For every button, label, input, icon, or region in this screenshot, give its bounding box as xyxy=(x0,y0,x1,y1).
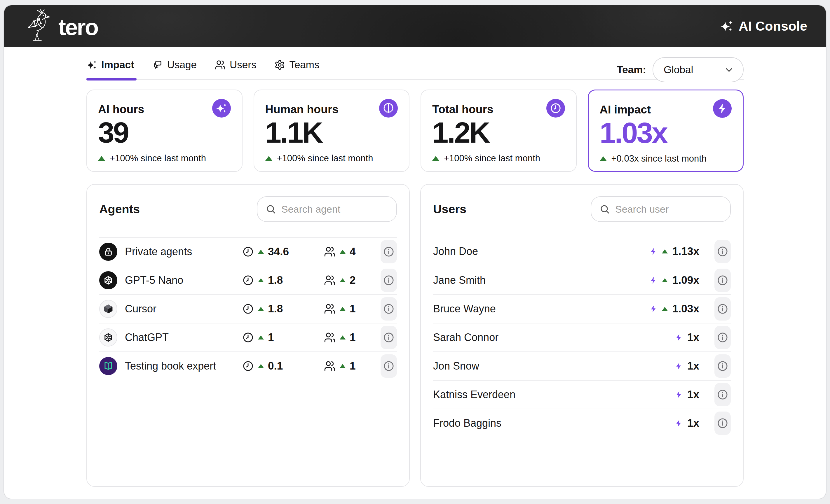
lock-icon xyxy=(99,243,117,261)
info-button[interactable] xyxy=(381,326,397,349)
user-impact: 1x xyxy=(687,389,699,401)
chat-bubbles-icon xyxy=(152,60,163,70)
agent-row: ChatGPT 1 1 xyxy=(99,323,397,351)
bolt-icon xyxy=(675,332,683,343)
info-button[interactable] xyxy=(381,355,397,378)
stat-title: AI hours xyxy=(98,103,144,116)
user-impact: 1x xyxy=(687,331,699,344)
info-button[interactable] xyxy=(381,297,397,321)
brand-name: tero xyxy=(58,16,98,44)
up-triangle-icon xyxy=(98,156,105,161)
bolt-icon xyxy=(649,303,658,314)
agent-hours: 1.8 xyxy=(268,274,283,287)
gear-icon xyxy=(274,60,285,70)
user-row: Jon Snow 1x xyxy=(433,351,731,380)
info-icon xyxy=(383,303,394,315)
user-row: Frodo Baggins 1x xyxy=(433,409,731,437)
stat-delta: +100% since last month xyxy=(277,153,373,164)
user-search-input[interactable] xyxy=(615,204,722,215)
bolt-icon xyxy=(649,275,658,286)
bolt-icon xyxy=(675,361,683,372)
stat-value: 39 xyxy=(98,117,231,147)
tab-teams[interactable]: Teams xyxy=(274,59,319,71)
up-triangle-icon xyxy=(662,307,668,311)
team-select[interactable]: Global xyxy=(652,57,744,82)
agent-users: 4 xyxy=(350,245,356,258)
stat-card-ai-impact[interactable]: AI impact 1.03x +0.03x since last month xyxy=(588,90,744,172)
agents-panel: Agents Pr xyxy=(86,184,410,487)
info-button[interactable] xyxy=(714,326,731,349)
user-name: John Doe xyxy=(433,245,638,258)
team-select-value: Global xyxy=(664,64,693,75)
people-icon xyxy=(324,274,336,286)
info-button[interactable] xyxy=(714,297,731,321)
agent-row: Cursor 1.8 1 xyxy=(99,294,397,323)
clock-icon xyxy=(546,99,565,117)
stat-delta: +0.03x since last month xyxy=(611,154,707,164)
agent-name: ChatGPT xyxy=(125,331,242,344)
info-button[interactable] xyxy=(381,269,397,292)
tab-usage[interactable]: Usage xyxy=(152,59,197,71)
user-row: Jane Smith 1.09x xyxy=(433,266,731,294)
bolt-icon xyxy=(649,246,658,257)
stat-card-ai-hours[interactable]: AI hours 39 +100% since last month xyxy=(86,90,243,172)
info-icon xyxy=(383,274,394,286)
user-impact: 1.09x xyxy=(672,274,699,287)
info-button[interactable] xyxy=(714,411,731,435)
tero-bird-logo-icon xyxy=(23,9,57,42)
stat-title: Human hours xyxy=(265,103,339,116)
agent-hours: 34.6 xyxy=(268,245,289,258)
users-panel-title: Users xyxy=(433,202,466,216)
user-search[interactable] xyxy=(591,196,731,222)
up-triangle-icon xyxy=(258,250,264,254)
divider xyxy=(316,327,316,348)
up-triangle-icon xyxy=(265,156,272,161)
brain-icon xyxy=(379,99,398,117)
stat-card-total-hours[interactable]: Total hours 1.2K +100% since last month xyxy=(420,90,577,172)
info-button[interactable] xyxy=(381,240,397,263)
stat-value: 1.03x xyxy=(600,118,732,147)
people-icon xyxy=(324,246,336,258)
up-triangle-icon xyxy=(340,364,346,368)
stat-card-human-hours[interactable]: Human hours 1.1K +100% since last month xyxy=(254,90,410,172)
user-name: Jane Smith xyxy=(433,274,638,287)
info-button[interactable] xyxy=(714,269,731,292)
clock-icon xyxy=(242,274,254,286)
user-row: Bruce Wayne 1.03x xyxy=(433,294,731,323)
agent-search[interactable] xyxy=(257,196,397,222)
tab-label: Users xyxy=(230,59,256,71)
divider xyxy=(316,269,316,291)
up-triangle-icon xyxy=(340,307,346,311)
search-icon xyxy=(600,204,610,214)
info-button[interactable] xyxy=(714,383,731,406)
up-triangle-icon xyxy=(600,156,607,161)
info-button[interactable] xyxy=(714,355,731,378)
open-book-icon xyxy=(99,357,117,375)
info-button[interactable] xyxy=(714,240,731,263)
tab-users[interactable]: Users xyxy=(215,59,256,71)
info-icon xyxy=(717,389,728,400)
stat-delta: +100% since last month xyxy=(444,153,540,164)
brand-logo[interactable]: tero xyxy=(23,9,98,44)
user-impact: 1x xyxy=(687,417,699,429)
bolt-icon xyxy=(675,389,683,400)
sparkle-icon xyxy=(212,99,231,117)
info-icon xyxy=(383,246,394,258)
tab-label: Teams xyxy=(289,59,319,71)
stat-value: 1.1K xyxy=(265,117,398,147)
agents-panel-title: Agents xyxy=(99,202,140,216)
openai-icon xyxy=(99,328,117,346)
tab-impact[interactable]: Impact xyxy=(86,59,134,71)
up-triangle-icon xyxy=(340,335,346,339)
agent-row: Testing book expert 0.1 1 xyxy=(99,351,397,380)
top-bar: tero AI Console xyxy=(4,5,826,47)
chevron-down-icon xyxy=(724,64,734,75)
agent-name: Testing book expert xyxy=(125,360,242,372)
info-icon xyxy=(717,332,728,343)
agent-search-input[interactable] xyxy=(281,204,388,215)
user-name: Katniss Everdeen xyxy=(433,389,638,401)
user-name: Sarah Connor xyxy=(433,331,638,344)
user-impact: 1.13x xyxy=(672,245,699,258)
search-icon xyxy=(265,204,276,214)
user-name: Jon Snow xyxy=(433,360,638,372)
